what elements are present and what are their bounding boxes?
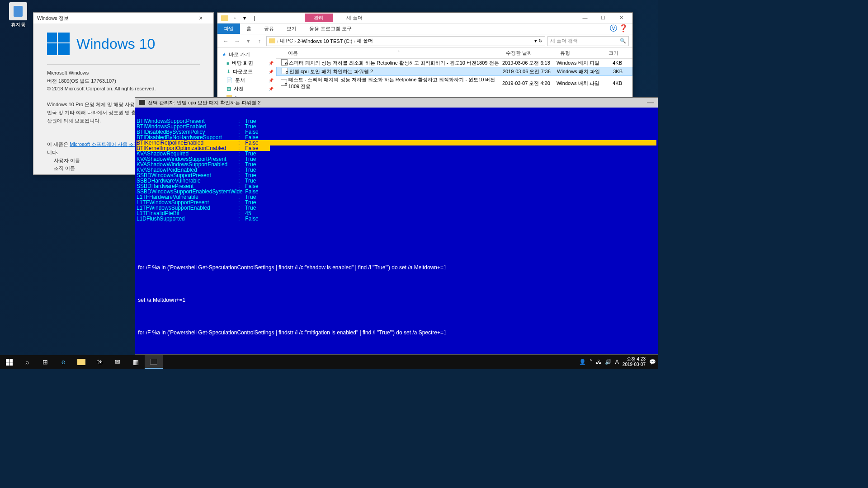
file-type: Windows 배치 파일 <box>557 80 599 87</box>
terminal-property-line: BTIWindowsSupportPresent: True <box>137 118 656 124</box>
file-size: 4KB <box>599 80 622 86</box>
explorer-content: ★바로 가기 ■바탕 화면📌 ⬇다운로드📌 📄문서📌 🖼사진📌 z 이름˄ 수정… <box>217 48 632 98</box>
windows-logo-icon <box>47 33 70 55</box>
windows-logo-text: Windows 10 <box>76 36 155 52</box>
winver-line1: Microsoft Windows <box>47 69 200 77</box>
terminal-property-line: SSBDWindowsSupportPresent: True <box>137 173 656 178</box>
winver-title-text: Windows 정보 <box>37 15 69 22</box>
terminal-property-line: L1TFInvalidPteBit: 45 <box>137 211 656 216</box>
notifications-icon[interactable]: 💬 <box>649 359 656 365</box>
terminal-property-line: L1TFWindowsSupportPresent: True <box>137 200 656 205</box>
batch-file-icon <box>281 80 287 86</box>
address-bar[interactable]: › 내 PC › 2-Windows 10 TEST (C:) › 새 폴더 ▾… <box>266 36 545 46</box>
network-icon[interactable]: 🖧 <box>596 359 601 365</box>
pin-icon: 📌 <box>269 78 274 83</box>
up-button[interactable]: ↑ <box>255 38 264 44</box>
file-type: Windows 배치 파일 <box>557 60 599 66</box>
path-segment[interactable]: 내 PC <box>280 38 293 44</box>
sidebar-downloads[interactable]: ⬇다운로드📌 <box>217 67 276 76</box>
sidebar-pictures[interactable]: 🖼사진📌 <box>217 84 276 93</box>
ribbon-tools[interactable]: 응용 프로그램 도구 <box>303 23 358 34</box>
window-buttons: — ☐ ✕ <box>576 15 630 21</box>
file-name: 스펙터 패치의 성능 저하를 최소화 하는 Retpoline 활성하고 최적화… <box>289 60 499 66</box>
minimize-button[interactable]: — <box>576 15 594 21</box>
ribbon-file[interactable]: 파일 <box>217 23 240 34</box>
store-button[interactable]: 🛍 <box>90 355 108 369</box>
tray-chevron-icon[interactable]: ˄ <box>590 359 592 365</box>
taskbar: ⌕ ⊞ e 🛍 ✉ ▦ 👤 ˄ 🖧 🔊 A 오전 4:23 2019-03-07… <box>0 355 658 369</box>
winver-line3: © 2018 Microsoft Corporation. All rights… <box>47 85 200 93</box>
header-size[interactable]: 크기 <box>599 48 622 58</box>
file-size: 4KB <box>599 60 622 66</box>
maximize-button[interactable]: ☐ <box>594 15 612 21</box>
terminal-property-line: BTIWindowsSupportEnabled: True <box>137 124 656 129</box>
volume-icon[interactable]: 🔊 <box>605 359 612 365</box>
forward-button[interactable]: → <box>232 38 241 44</box>
edge-button[interactable]: e <box>54 355 72 369</box>
file-row[interactable]: 인텔 cpu 보안 패치 확인하는 파워쉘 22019-03-06 오전 7:3… <box>276 67 632 76</box>
mail-button[interactable]: ✉ <box>108 355 127 369</box>
close-button[interactable]: ✕ <box>612 15 630 21</box>
file-date: 2019-03-07 오전 4:20 <box>502 80 557 87</box>
path-sep: › <box>294 38 296 44</box>
path-sep: › <box>354 38 356 44</box>
sidebar-documents[interactable]: 📄문서📌 <box>217 76 276 84</box>
path-segment[interactable]: 2-Windows 10 TEST (C:) <box>297 38 353 44</box>
start-button[interactable] <box>0 355 18 369</box>
header-date[interactable]: 수정한 날짜 <box>502 48 557 58</box>
tab-manage[interactable]: 관리 <box>305 14 333 22</box>
license-link[interactable]: Microsoft 소프트웨어 사용 조건 <box>70 141 139 147</box>
ribbon-view[interactable]: 보기 <box>280 23 303 34</box>
terminal-titlebar[interactable]: 선택 관리자: 인텔 cpu 보안 패치 확인하는 파워쉘 2 — <box>135 98 658 108</box>
task-view-button[interactable]: ⊞ <box>36 355 54 369</box>
recycle-bin-label: 휴지통 <box>5 21 32 28</box>
recent-button[interactable]: ▾ <box>244 38 253 44</box>
ribbon-share[interactable]: 공유 <box>258 23 280 34</box>
close-button[interactable]: × <box>192 14 210 22</box>
ime-icon[interactable]: A <box>615 359 619 365</box>
app-button[interactable]: ▦ <box>127 355 145 369</box>
help-icon[interactable]: ⓥ ❓ <box>605 24 632 33</box>
file-size: 3KB <box>600 69 623 74</box>
recycle-bin-icon[interactable]: 휴지통 <box>5 2 32 28</box>
explorer-context-tabs: 관리 새 폴더 <box>305 14 372 22</box>
back-button[interactable]: ← <box>221 38 230 44</box>
qat-icon[interactable]: ▫ <box>231 14 239 22</box>
clock[interactable]: 오전 4:23 2019-03-07 <box>623 357 646 367</box>
divider <box>47 64 200 65</box>
sidebar-desktop[interactable]: ■바탕 화면📌 <box>217 59 276 67</box>
file-row[interactable]: 테스트 - 스펙터 패치의 성능 저하를 최소화 하는 Retpoline 활성… <box>276 76 632 90</box>
terminal-title-text: 선택 관리자: 인텔 cpu 보안 패치 확인하는 파워쉘 2 <box>148 99 260 106</box>
qat-divider: | <box>250 14 259 22</box>
sidebar-quick-access[interactable]: ★바로 가기 <box>217 50 276 59</box>
file-row[interactable]: 스펙터 패치의 성능 저하를 최소화 하는 Retpoline 활성하고 최적화… <box>276 59 632 67</box>
clock-date: 2019-03-07 <box>623 362 646 367</box>
explorer-button[interactable] <box>72 355 90 369</box>
path-segment[interactable]: 새 폴더 <box>357 38 373 44</box>
batch-file-icon <box>282 68 288 74</box>
qat-icon[interactable]: ▾ <box>241 14 249 22</box>
file-headers: 이름˄ 수정한 날짜 유형 크기 <box>276 48 632 59</box>
terminal-output[interactable]: BTIWindowsSupportPresent: TrueBTIWindows… <box>135 108 658 369</box>
folder-icon[interactable] <box>221 14 229 22</box>
terminal-line: for /F %a in ('Powershell Get-Speculatio… <box>137 330 656 335</box>
windows-logo-icon <box>6 359 13 366</box>
header-type[interactable]: 유형 <box>557 48 599 58</box>
explorer-nav: ← → ▾ ↑ › 내 PC › 2-Windows 10 TEST (C:) … <box>217 34 632 48</box>
minimize-button[interactable]: — <box>647 99 654 107</box>
ribbon-home[interactable]: 홈 <box>240 23 258 34</box>
winver-titlebar[interactable]: Windows 정보 × <box>33 13 213 23</box>
system-tray: 👤 ˄ 🖧 🔊 A 오전 4:23 2019-03-07 💬 <box>579 357 658 367</box>
search-input[interactable]: 새 폴더 검색 🔍 <box>547 36 629 46</box>
file-name: 인텔 cpu 보안 패치 확인하는 파워쉘 2 <box>289 68 373 75</box>
explorer-sidebar: ★바로 가기 ■바탕 화면📌 ⬇다운로드📌 📄문서📌 🖼사진📌 z <box>217 48 276 98</box>
header-name[interactable]: 이름˄ <box>276 48 502 58</box>
dropdown-icon[interactable]: ▾ ↻ <box>534 38 542 44</box>
star-icon: ★ <box>222 52 226 57</box>
people-icon[interactable]: 👤 <box>579 359 586 365</box>
search-button[interactable]: ⌕ <box>18 355 36 369</box>
folder-icon <box>269 38 275 43</box>
terminal-line: set /a Meltdown+=1 <box>137 297 656 303</box>
cmd-taskbar-button[interactable] <box>145 355 163 369</box>
search-icon: 🔍 <box>620 38 626 44</box>
